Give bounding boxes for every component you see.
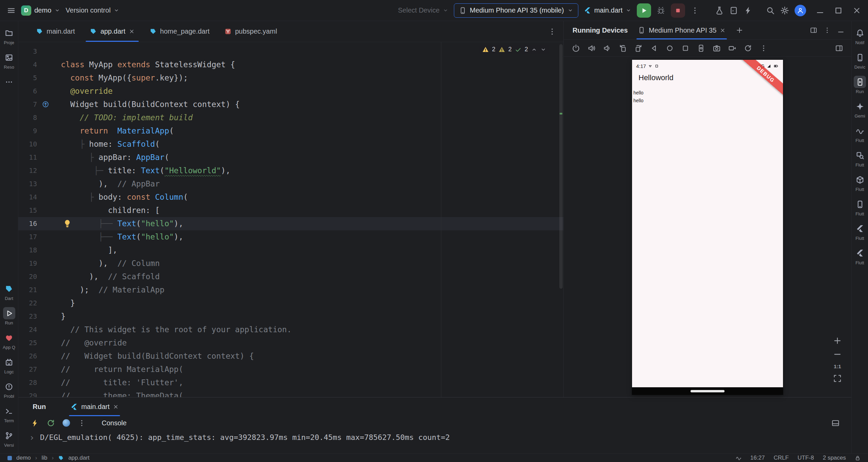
code-line-26[interactable]: 26// Widget build(BuildContext context) … <box>18 350 563 363</box>
code-line-16[interactable]: 16 ├── Text("hello"), <box>18 217 563 230</box>
prev-problem-icon[interactable] <box>531 47 537 53</box>
code-line-27[interactable]: 27// return MaterialApp( <box>18 363 563 376</box>
code-line-25[interactable]: 25// @override <box>18 336 563 350</box>
rail-item-problems[interactable]: Probl <box>0 378 18 401</box>
gesture-bar[interactable] <box>691 390 725 392</box>
rail-item-flutter-performance[interactable]: Flutt <box>852 122 868 145</box>
indent-style[interactable]: 2 spaces <box>823 455 846 461</box>
layout-icon[interactable] <box>831 419 840 427</box>
code-line-17[interactable]: 17 ├── Text("hello"), <box>18 230 563 244</box>
code-line-10[interactable]: 10 ├ home: Scaffold( <box>18 138 563 151</box>
device-mirror-icon[interactable] <box>729 6 738 15</box>
camera-icon[interactable] <box>713 44 721 52</box>
code-line-14[interactable]: 14 ├ body: const Column( <box>18 191 563 204</box>
home-icon[interactable] <box>666 44 674 52</box>
project-selector[interactable]: D demo <box>21 5 60 16</box>
console-tab[interactable]: Console <box>102 419 126 427</box>
code-line-28[interactable]: 28// title: 'Flutter', <box>18 376 563 389</box>
display-mode-icon[interactable] <box>835 44 843 52</box>
code-line-5[interactable]: 5 const MyApp({super.key}); <box>18 71 563 85</box>
next-problem-icon[interactable] <box>540 47 546 53</box>
code-line-22[interactable]: 22 } <box>18 297 563 310</box>
add-device-icon[interactable] <box>736 26 743 34</box>
lock-icon[interactable] <box>855 455 861 461</box>
hot-restart-icon[interactable] <box>47 419 55 427</box>
run-tab[interactable]: main.dart <box>68 397 121 416</box>
restart-icon[interactable] <box>744 44 752 52</box>
code-line-7[interactable]: 7 Widget build(BuildContext context) { <box>18 98 563 111</box>
code-line-8[interactable]: 8 // TODO: implement build <box>18 111 563 124</box>
override-marker-icon[interactable] <box>42 101 49 108</box>
volume-up-icon[interactable] <box>588 44 596 52</box>
console-options-icon[interactable] <box>78 419 86 427</box>
version-control-menu[interactable]: Version control <box>66 6 119 14</box>
thunderbolt-icon[interactable] <box>744 6 752 15</box>
run-button[interactable] <box>637 3 651 18</box>
back-icon[interactable] <box>650 44 658 52</box>
minimize-icon[interactable] <box>816 6 824 15</box>
rail-item-flutter-samples[interactable]: Flutt <box>852 245 868 268</box>
rail-item-device-manager[interactable]: Devic <box>852 49 868 72</box>
rail-item-gemini[interactable]: Gemi <box>852 98 868 121</box>
close-tab-icon[interactable] <box>113 404 119 410</box>
code-line-21[interactable]: 21 ); // MaterialApp <box>18 283 563 297</box>
panel-options-icon[interactable] <box>823 26 831 34</box>
rail-item-app-quality-insights[interactable]: App Q <box>0 329 18 352</box>
analysis-icon[interactable] <box>736 455 742 461</box>
breadcrumb-project[interactable]: demo <box>16 455 31 461</box>
volume-down-icon[interactable] <box>603 44 611 52</box>
more-actions-icon[interactable] <box>691 6 699 15</box>
code-line-19[interactable]: 19 ), // Column <box>18 257 563 270</box>
code-line-23[interactable]: 23} <box>18 310 563 323</box>
running-devices-title[interactable]: Running Devices <box>573 26 628 34</box>
settings-icon[interactable] <box>780 6 789 15</box>
maximize-icon[interactable] <box>834 6 843 15</box>
editor-tab-main.dart[interactable]: main.dart <box>29 21 82 42</box>
select-device-dropdown[interactable]: Select Device <box>398 6 448 14</box>
code-line-29[interactable]: 29// theme: ThemeData( <box>18 389 563 397</box>
editor-tab-app.dart[interactable]: app.dart <box>82 21 142 42</box>
code-line-4[interactable]: 4class MyApp extends StatelessWidget { <box>18 58 563 71</box>
editor-tab-pubspec.yaml[interactable]: pubspec.yaml <box>217 21 284 42</box>
rail-item-version-control[interactable]: Versi <box>0 427 18 450</box>
code-line-9[interactable]: 9 return MaterialApp( <box>18 124 563 138</box>
rail-item-more-tools[interactable] <box>0 73 18 90</box>
code-line-20[interactable]: 20 ), // Scaffold <box>18 270 563 283</box>
stop-button[interactable] <box>671 3 685 18</box>
code-line-13[interactable]: 13 ), // AppBar <box>18 177 563 191</box>
expand-icon[interactable]: › <box>29 432 35 454</box>
hot-reload-icon[interactable] <box>31 419 39 427</box>
rail-item-running-devices[interactable]: Run <box>852 73 868 96</box>
zoom-out-icon[interactable] <box>833 350 842 359</box>
close-tab-icon[interactable] <box>720 28 726 33</box>
code-line-15[interactable]: 15 children: [ <box>18 204 563 217</box>
line-separator[interactable]: CRLF <box>773 455 788 461</box>
debug-icon[interactable] <box>657 6 665 15</box>
code-line-11[interactable]: 11 ├ appBar: AppBar( <box>18 151 563 164</box>
zoom-in-icon[interactable] <box>833 336 842 345</box>
code-area[interactable]: 34class MyApp extends StatelessWidget {5… <box>18 42 563 397</box>
zoom-fit-icon[interactable] <box>833 374 842 383</box>
editor-tab-home_page.dart[interactable]: home_page.dart <box>142 21 217 42</box>
file-encoding[interactable]: UTF-8 <box>798 455 814 461</box>
record-icon[interactable] <box>728 44 736 52</box>
rotate-left-icon[interactable] <box>619 44 627 52</box>
device-tab[interactable]: Medium Phone API 35 <box>636 21 728 39</box>
close-icon[interactable] <box>852 6 861 15</box>
kebab-icon[interactable] <box>760 44 768 52</box>
window-layout-icon[interactable] <box>810 26 817 34</box>
rail-item-project[interactable]: Proje <box>0 24 18 48</box>
code-line-6[interactable]: 6 @override <box>18 85 563 98</box>
cursor-position[interactable]: 16:27 <box>750 455 765 461</box>
code-line-12[interactable]: 12 ├─ title: Text("Helloworld"), <box>18 164 563 177</box>
console-output[interactable]: › D/EGL_emulation( 4625): app_time_stats… <box>18 430 851 454</box>
code-line-18[interactable]: 18 ], <box>18 244 563 257</box>
rail-item-logcat[interactable]: Logc <box>0 354 18 377</box>
code-line-24[interactable]: 24 // This widget is the root of your ap… <box>18 323 563 336</box>
scrollbar-thumb[interactable] <box>559 44 563 289</box>
search-icon[interactable] <box>766 6 775 15</box>
rotate-right-icon[interactable] <box>634 44 643 52</box>
breadcrumb-file[interactable]: app.dart <box>68 455 89 461</box>
inspections-widget[interactable]: 2 2 2 <box>479 45 549 54</box>
editor-scrollbar[interactable] <box>559 42 563 397</box>
